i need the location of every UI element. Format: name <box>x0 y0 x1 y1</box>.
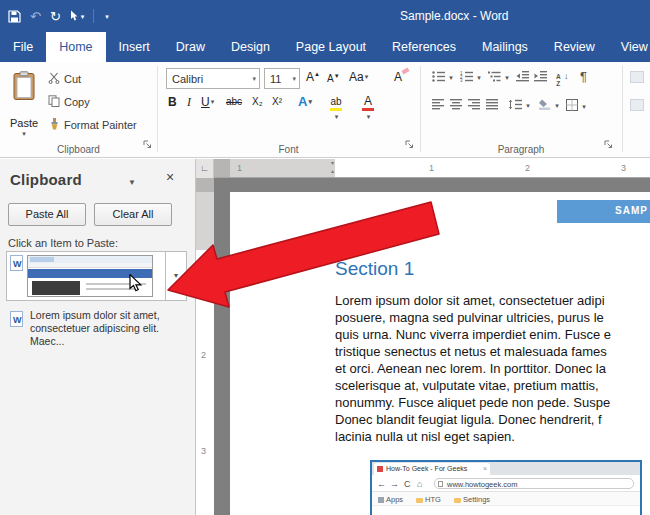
body-line: tristique senectus et netus et malesuada… <box>335 343 611 360</box>
format-painter-button[interactable]: Format Painter <box>48 118 137 132</box>
shading-button[interactable] <box>538 99 559 112</box>
font-size-combo[interactable]: 11 ▾ <box>264 68 300 89</box>
line-spacing-button[interactable] <box>508 99 530 112</box>
clipboard-item-image[interactable]: ▾ <box>6 251 187 301</box>
forward-icon: → <box>390 479 399 489</box>
body-line: Lorem ipsum dolor sit amet, consectetuer… <box>335 292 611 309</box>
redo-icon[interactable]: ↻ <box>50 10 61 23</box>
quick-access-toolbar: ↶ ↻ ▾ ▾ <box>8 0 109 32</box>
italic-button[interactable]: I <box>187 96 191 108</box>
chevron-down-icon[interactable]: ▾ <box>289 75 299 83</box>
tab-review[interactable]: Review <box>541 32 608 62</box>
align-center-button[interactable] <box>450 99 463 112</box>
subscript-button[interactable]: X₂ <box>252 97 263 107</box>
embedded-screenshot[interactable]: How-To Geek - For Geeks × ← → C ⌂ www.ho… <box>370 460 642 515</box>
url-text: www.howtogeek.com <box>447 480 517 489</box>
address-bar: www.howtogeek.com <box>434 478 634 489</box>
browser-tab: How-To Geek - For Geeks × <box>374 463 490 475</box>
clipboard-item-text[interactable]: Lorem ipsum dolor sit amet, consectetuer… <box>6 307 187 359</box>
group-separator <box>622 66 623 152</box>
increase-indent-button[interactable] <box>534 71 547 84</box>
vertical-ruler[interactable]: 1 2 3 <box>196 178 214 515</box>
font-dialog-launcher-icon[interactable] <box>405 135 414 153</box>
copy-button[interactable]: Copy <box>48 95 90 109</box>
tab-selector[interactable]: ∟ <box>196 159 214 178</box>
save-icon[interactable] <box>8 10 21 23</box>
chevron-down-icon[interactable]: ▾ <box>249 75 259 83</box>
tab-insert[interactable]: Insert <box>106 32 163 62</box>
copy-label: Copy <box>64 96 90 108</box>
horizontal-ruler[interactable]: 1 1 2 3 ▾ ▴ ∟ <box>196 159 650 178</box>
clipboard-dialog-launcher-icon[interactable] <box>143 135 152 153</box>
group-separator <box>157 66 158 152</box>
chevron-down-icon: ▾ <box>5 130 43 138</box>
paragraph-dialog-launcher-icon[interactable] <box>604 135 613 153</box>
tab-draw[interactable]: Draw <box>163 32 218 62</box>
body-line: Donec blandit feugiat ligula. Donec hend… <box>335 411 611 428</box>
ruler-number: 3 <box>621 163 626 173</box>
tab-view[interactable]: View <box>608 32 650 62</box>
change-case-button[interactable]: Aa <box>349 71 368 83</box>
tab-design[interactable]: Design <box>218 32 283 62</box>
clip-text: Lorem ipsum dolor sit amet, consectetuer… <box>30 309 164 348</box>
align-right-button[interactable] <box>468 99 481 112</box>
bookmark-settings: Settings <box>454 495 490 504</box>
tab-page-layout[interactable]: Page Layout <box>283 32 379 62</box>
document-page[interactable]: SAMP Section 1 Lorem ipsum dolor sit ame… <box>230 192 650 515</box>
ruler-number: 1 <box>237 163 242 173</box>
paste-button[interactable]: Paste ▾ <box>4 66 44 142</box>
bullets-button[interactable] <box>432 71 453 84</box>
borders-button[interactable] <box>566 99 586 113</box>
superscript-button[interactable]: X² <box>272 97 282 107</box>
show-paragraph-marks-button[interactable]: ¶ <box>580 70 587 83</box>
body-line: posuere, magna sed pulvinar ultricies, p… <box>335 309 611 326</box>
highlight-color-button[interactable]: ab <box>330 95 342 123</box>
decrease-indent-button[interactable] <box>516 71 529 84</box>
ruler-number: 1 <box>429 163 434 173</box>
numbering-button[interactable]: 123 <box>460 71 481 84</box>
clipboard-group-label: Clipboard <box>0 144 157 155</box>
shrink-font-button[interactable]: A▼ <box>327 73 340 84</box>
touch-mode-icon[interactable]: ▾ <box>70 10 85 22</box>
bookmark-apps: Apps <box>378 495 403 504</box>
tab-home[interactable]: Home <box>46 32 105 62</box>
text-effects-button[interactable]: A <box>298 95 312 108</box>
clear-all-button[interactable]: Clear All <box>94 203 172 226</box>
multilevel-list-button[interactable] <box>488 71 509 84</box>
tab-references[interactable]: References <box>379 32 469 62</box>
align-left-button[interactable] <box>432 99 445 112</box>
sort-button[interactable]: AZ ↓ <box>556 69 569 87</box>
ruler-number: 2 <box>525 163 530 173</box>
ruler-number: 1 <box>201 254 206 264</box>
paste-all-button[interactable]: Paste All <box>8 203 86 226</box>
toolbar-divider <box>93 9 94 23</box>
undo-icon[interactable]: ↶ <box>30 10 41 23</box>
customize-quick-access-icon[interactable]: ▾ <box>103 13 109 20</box>
font-name-combo[interactable]: Calibri ▾ <box>166 68 260 89</box>
clip-item-dropdown[interactable]: ▾ <box>165 252 186 300</box>
body-line: nonummy. Fusce aliquet pede non pede. Su… <box>335 394 611 411</box>
favicon <box>377 466 383 472</box>
cutoff-group-icon[interactable] <box>630 71 644 83</box>
grow-font-button[interactable]: A▲ <box>306 71 320 83</box>
font-group-label: Font <box>157 144 420 155</box>
pane-close-icon[interactable]: × <box>166 169 174 185</box>
paste-label: Paste <box>5 117 43 129</box>
cut-button[interactable]: Cut <box>48 72 81 86</box>
font-color-button[interactable]: A <box>362 95 374 123</box>
window-title: Sample.docx - Word <box>400 9 509 23</box>
tab-file[interactable]: File <box>0 32 46 62</box>
pane-options-dropdown-icon[interactable]: ▼ <box>128 178 136 187</box>
tab-mailings[interactable]: Mailings <box>469 32 541 62</box>
body-line: lacinia nulla ut nisl eget sapien. <box>335 428 611 445</box>
strikethrough-button[interactable]: abc <box>226 97 242 107</box>
cutoff-group-icon[interactable] <box>630 99 644 111</box>
first-line-indent-marker[interactable]: ▾ <box>331 159 334 166</box>
underline-button[interactable]: U <box>201 96 214 108</box>
eraser-icon <box>401 68 409 75</box>
page-icon <box>438 481 443 487</box>
clear-formatting-button[interactable]: A <box>394 71 402 83</box>
hanging-indent-marker[interactable]: ▴ <box>331 167 334 174</box>
bold-button[interactable]: B <box>168 96 177 108</box>
justify-button[interactable] <box>486 99 499 112</box>
